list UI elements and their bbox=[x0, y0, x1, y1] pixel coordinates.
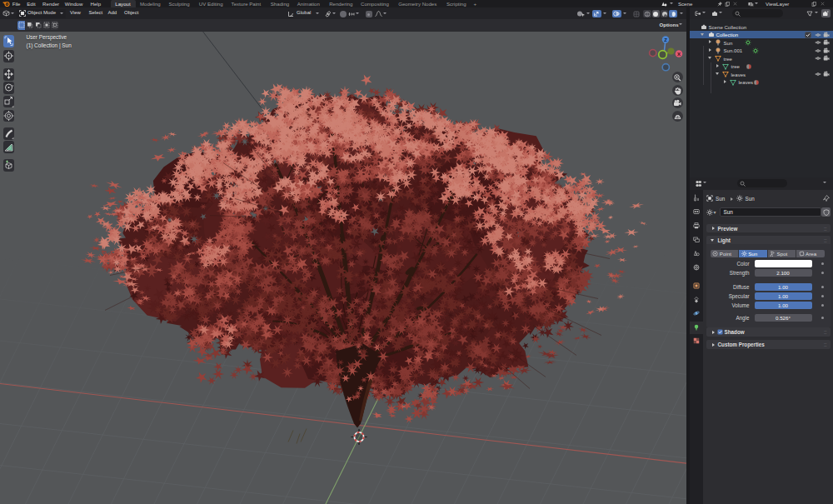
svg-text:Z: Z bbox=[664, 37, 667, 42]
svg-text:X: X bbox=[677, 52, 681, 57]
